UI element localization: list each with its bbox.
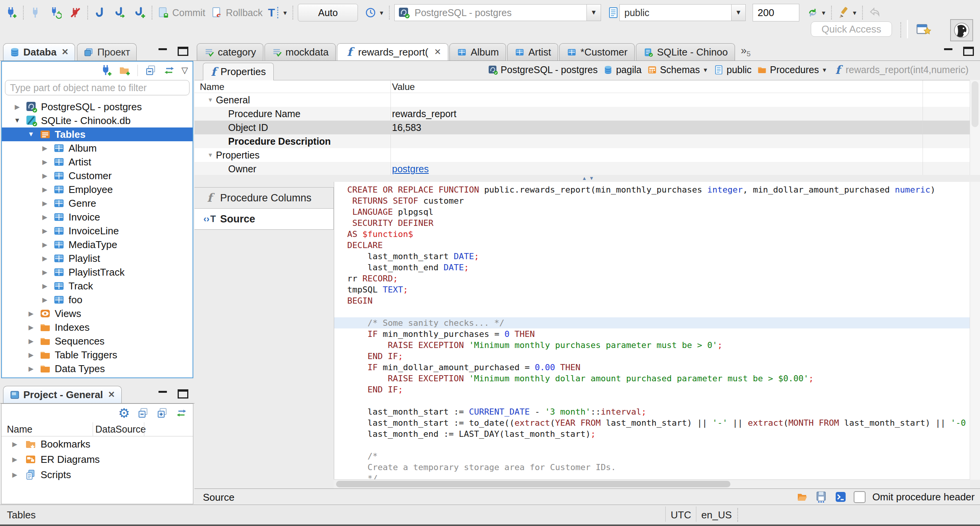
dropdown-arrow-icon[interactable]: ▼	[822, 67, 827, 73]
column-divider[interactable]	[923, 80, 923, 175]
expand-all-icon[interactable]	[156, 407, 168, 419]
tree-item-album[interactable]: ▶Album	[2, 141, 193, 155]
tree-item-track[interactable]: ▶Track	[2, 279, 193, 293]
generate-mock-data-button[interactable]	[836, 5, 851, 20]
tree-item-invoiceline[interactable]: ▶InvoiceLine	[2, 224, 193, 238]
connect-button[interactable]	[28, 5, 43, 20]
tab-database-navigator[interactable]: Databa ✕	[3, 43, 75, 60]
side-tab-procedure-columns[interactable]: fProcedure Columns	[194, 187, 334, 209]
expand-arrow-icon[interactable]: ▶	[40, 199, 49, 207]
fetch-size-input[interactable]	[753, 4, 799, 21]
schema-combo[interactable]: public ▼	[619, 4, 746, 21]
rollback-button[interactable]: Rollback	[211, 7, 263, 19]
new-sql-editor-button[interactable]	[132, 5, 147, 20]
dropdown-arrow-icon[interactable]: ▼	[821, 10, 826, 16]
disconnect-button[interactable]	[68, 5, 83, 20]
splitter-sash[interactable]: ▲▼	[194, 175, 980, 182]
link-with-editor-icon[interactable]	[175, 407, 188, 419]
property-row-properties[interactable]: ▼Properties	[194, 148, 970, 162]
project-item-er-diagrams[interactable]: ▶ER Diagrams	[2, 452, 193, 467]
expand-arrow-icon[interactable]: ▶	[40, 227, 49, 235]
editor-tab-sqlite-chinoo[interactable]: SQLite - Chinoo	[636, 43, 735, 60]
tree-item-postgresql-postgres[interactable]: ▶PostgreSQL - postgres	[2, 100, 193, 114]
expand-arrow-icon[interactable]: ▶	[40, 282, 49, 290]
code-horizontal-scrollbar[interactable]	[334, 479, 970, 489]
link-with-editor-icon[interactable]	[163, 64, 175, 77]
navigator-filter-input[interactable]	[5, 80, 189, 95]
breadcrumb-item-postgresql-postgres[interactable]: PostgreSQL - postgres	[488, 64, 598, 75]
column-header-name[interactable]: Name	[7, 424, 33, 435]
tree-item-indexes[interactable]: ▶Indexes	[2, 320, 193, 334]
collapse-arrow-icon[interactable]: ▼	[13, 117, 22, 124]
breadcrumb-item-procedures[interactable]: Procedures▼	[757, 64, 827, 75]
editor-tab-customer[interactable]: *Customer	[559, 43, 635, 60]
side-tab-source[interactable]: ‹›TSource	[194, 208, 334, 230]
load-from-file-icon[interactable]	[796, 491, 808, 503]
breadcrumb-item-rewards-report-int4-numeric[interactable]: frewards_report(int4,numeric)	[833, 64, 969, 75]
breadcrumb-item-public[interactable]: public	[714, 64, 751, 75]
quick-access-input[interactable]	[811, 21, 892, 37]
breadcrumb-item-pagila[interactable]: pagila	[603, 64, 642, 75]
expand-arrow-icon[interactable]: ▶	[40, 268, 49, 276]
expand-arrow-icon[interactable]: ▶	[12, 456, 21, 464]
minimize-icon[interactable]	[158, 48, 167, 50]
reconnect-button[interactable]	[48, 5, 63, 20]
expand-arrow-icon[interactable]: ▶	[40, 172, 49, 180]
new-folder-icon[interactable]	[118, 64, 131, 77]
dropdown-arrow-icon[interactable]: ▼	[702, 67, 708, 73]
expand-arrow-icon[interactable]: ▶	[40, 158, 49, 166]
commit-button[interactable]: Commit	[157, 7, 205, 19]
dbeaver-perspective-button[interactable]	[950, 19, 973, 41]
tree-item-foo[interactable]: ▶foo	[2, 293, 193, 307]
expand-arrow-icon[interactable]: ▶	[40, 296, 49, 304]
group-collapse-icon[interactable]: ▼	[207, 96, 213, 103]
project-item-bookmarks[interactable]: ▶Bookmarks	[2, 436, 193, 452]
tree-item-views[interactable]: ▶Views	[2, 307, 193, 320]
dropdown-arrow-icon[interactable]: ▼	[379, 10, 384, 16]
editor-tab-category[interactable]: category	[197, 43, 263, 60]
property-row-procedure-description[interactable]: Procedure Description	[194, 134, 970, 148]
tab-project[interactable]: Проект	[77, 43, 137, 60]
maximize-icon[interactable]	[178, 47, 188, 56]
tree-item-genre[interactable]: ▶Genre	[2, 196, 193, 210]
expand-arrow-icon[interactable]: ▶	[26, 310, 36, 318]
maximize-icon[interactable]	[178, 389, 188, 399]
configure-icon[interactable]: ⚙	[118, 407, 130, 419]
code-vertical-scrollbar[interactable]	[970, 182, 980, 480]
tab-project-general[interactable]: Project - General ✕	[3, 386, 122, 403]
collapse-arrow-icon[interactable]: ▼	[26, 131, 36, 138]
editor-tab-mockdata[interactable]: mockdata	[265, 43, 336, 60]
tree-item-sqlite-chinook-db[interactable]: ▼SQLite - Chinook.db	[2, 114, 193, 127]
undo-button[interactable]	[867, 5, 882, 20]
close-icon[interactable]: ✕	[108, 390, 115, 400]
property-row-owner[interactable]: Ownerpostgres	[194, 162, 970, 175]
column-divider[interactable]	[144, 422, 144, 436]
group-collapse-icon[interactable]: ▼	[207, 152, 213, 158]
tree-item-playlisttrack[interactable]: ▶PlaylistTrack	[2, 265, 193, 279]
tree-item-employee[interactable]: ▶Employee	[2, 183, 193, 196]
tab-overflow-button[interactable]: »5	[741, 45, 751, 58]
tree-item-customer[interactable]: ▶Customer	[2, 169, 193, 183]
tree-item-mediatype[interactable]: ▶MediaType	[2, 238, 193, 252]
property-row-procedure-name[interactable]: Procedure Namerewards_report	[194, 107, 970, 121]
expand-arrow-icon[interactable]: ▶	[40, 144, 49, 152]
open-sql-console-button[interactable]	[113, 5, 127, 20]
new-connection-icon[interactable]	[100, 64, 112, 77]
expand-arrow-icon[interactable]: ▶	[40, 255, 49, 263]
expand-arrow-icon[interactable]: ▶	[12, 471, 21, 479]
open-in-sql-console-icon[interactable]	[835, 491, 847, 503]
editor-tab-artist[interactable]: Artist	[507, 43, 558, 60]
sql-editor-button[interactable]	[93, 5, 107, 20]
breadcrumb-item-schemas[interactable]: Schemas▼	[647, 64, 708, 75]
status-locale[interactable]: en_US	[701, 509, 732, 521]
expand-arrow-icon[interactable]: ▶	[40, 241, 49, 249]
property-row-object-id[interactable]: Object ID16,583	[194, 121, 970, 134]
open-perspective-button[interactable]	[916, 21, 932, 38]
column-header-datasource[interactable]: DataSource	[95, 424, 146, 435]
tree-item-table-triggers[interactable]: ▶Table Triggers	[2, 348, 193, 362]
status-timezone[interactable]: UTC	[671, 509, 691, 521]
close-icon[interactable]: ✕	[62, 47, 69, 57]
expand-arrow-icon[interactable]: ▶	[40, 213, 49, 221]
commit-mode-button[interactable]: Auto	[298, 4, 358, 21]
sash-arrows-icon[interactable]: ▲▼	[582, 175, 596, 181]
